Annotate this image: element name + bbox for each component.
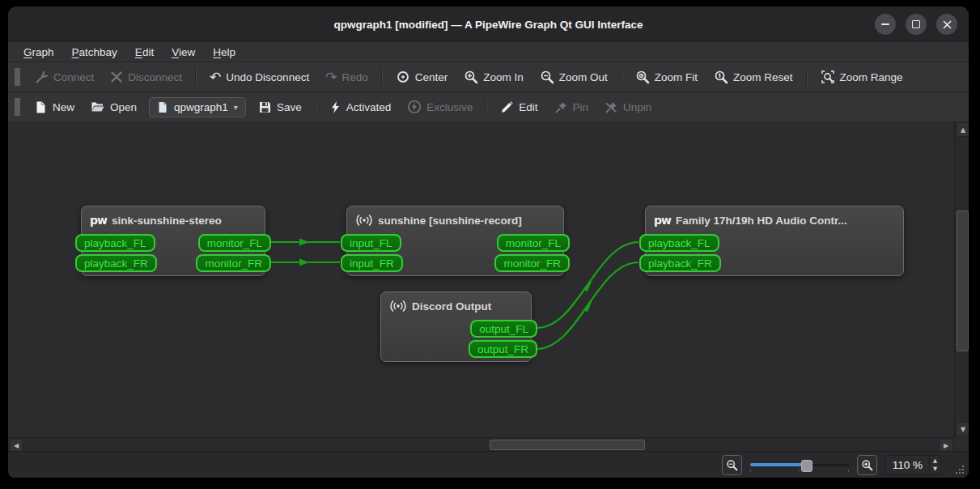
pipewire-icon: pw (654, 214, 671, 227)
horizontal-scroll-thumb[interactable] (490, 440, 645, 450)
connect-icon (34, 70, 49, 84)
save-button[interactable]: Save (251, 96, 309, 118)
zoom-out-icon (726, 459, 738, 471)
menu-patchbay[interactable]: Patchbay (65, 45, 125, 60)
node-sink-sunshine-stereo[interactable]: pw sink-sunshine-stereo playback_FL moni… (81, 206, 265, 276)
port-playback_FR[interactable]: playback_FR (75, 254, 157, 272)
scroll-up-button[interactable]: ▲ (956, 122, 969, 137)
unpin-icon (605, 100, 618, 114)
scroll-down-icon: ▼ (961, 426, 965, 433)
menu-view[interactable]: View (164, 45, 202, 60)
new-button[interactable]: New (27, 96, 82, 118)
scroll-right-button[interactable]: ▶ (939, 439, 953, 452)
port-playback_FL[interactable]: playback_FL (75, 234, 155, 252)
port-input_FR[interactable]: input_FR (341, 254, 403, 272)
undo-disconnect-button[interactable]: ↶ Undo Disconnect (202, 66, 316, 87)
zoom-slider[interactable] (750, 457, 849, 472)
vertical-scroll-thumb[interactable] (957, 210, 969, 351)
pipewire-icon: pw (90, 214, 107, 227)
zoom-out-icon (540, 70, 554, 84)
port-monitor_FR[interactable]: monitor_FR (494, 254, 570, 272)
window-title: qpwgraph1 [modified] — A PipeWire Graph … (8, 19, 969, 31)
zoom-in-icon (861, 459, 873, 471)
connections-layer (8, 121, 954, 437)
redo-icon: ↷ (325, 70, 337, 83)
close-icon (943, 20, 952, 29)
port-playback_FR[interactable]: playback_FR (639, 254, 721, 272)
maximize-button[interactable] (906, 14, 927, 35)
disconnect-button: Disconnect (103, 66, 189, 87)
unpin-button: Unpin (597, 96, 659, 118)
zoom-reset-icon (714, 70, 728, 84)
zoom-out-button[interactable]: Zoom Out (532, 66, 615, 88)
minimize-button[interactable] (875, 14, 896, 35)
port-output_FR[interactable]: output_FR (469, 340, 537, 358)
horizontal-scrollbar[interactable]: ◀ ▶ (8, 437, 954, 451)
port-monitor_FL[interactable]: monitor_FL (497, 234, 570, 252)
activated-button[interactable]: Activated (322, 96, 399, 118)
zoom-value: 110 % (886, 459, 929, 471)
zoom-in-button[interactable]: Zoom In (456, 66, 531, 88)
menu-edit[interactable]: Edit (128, 45, 161, 60)
vertical-scrollbar[interactable]: ▲ ▼ (954, 121, 969, 437)
spin-up-icon[interactable]: ▲ (930, 457, 940, 465)
port-output_FL[interactable]: output_FL (470, 320, 537, 338)
node-family-hd-audio[interactable]: pw Family 17h/19h HD Audio Contr... play… (645, 206, 904, 276)
broadcast-icon (355, 214, 373, 227)
patchbay-profile-combo[interactable]: qpwgraph1 ▾ (149, 97, 246, 117)
disconnect-icon (110, 70, 123, 83)
scroll-down-button[interactable]: ▼ (956, 422, 969, 436)
arrow-icon (583, 281, 592, 292)
toolbar-drag-handle[interactable] (15, 68, 20, 86)
zoom-range-button[interactable]: Zoom Range (813, 66, 910, 88)
statusbar: 110 % ▲ ▼ (8, 451, 969, 478)
node-title: Family 17h/19h HD Audio Contr... (676, 215, 847, 227)
app-window: qpwgraph1 [modified] — A PipeWire Graph … (8, 6, 969, 478)
scroll-left-icon: ◀ (14, 442, 19, 449)
node-discord-output[interactable]: Discord Output output_FL output_FR (380, 291, 532, 362)
graph-view: pw sink-sunshine-stereo playback_FL moni… (8, 121, 969, 451)
scroll-left-button[interactable]: ◀ (9, 439, 23, 452)
edit-button[interactable]: Edit (493, 96, 545, 118)
pin-button: Pin (547, 96, 596, 118)
toolbar-separator (315, 98, 316, 116)
zoom-spinbox[interactable]: 110 % ▲ ▼ (885, 455, 941, 475)
file-icon (157, 101, 168, 113)
statusbar-zoom-in-button[interactable] (857, 455, 877, 475)
zoom-reset-button[interactable]: Zoom Reset (706, 66, 800, 88)
port-playback_FL[interactable]: playback_FL (639, 234, 719, 252)
toolbar-separator (381, 68, 383, 86)
zoom-fit-button[interactable]: Zoom Fit (628, 66, 705, 88)
port-monitor_FR[interactable]: monitor_FR (196, 254, 271, 272)
port-monitor_FL[interactable]: monitor_FL (198, 234, 271, 252)
save-icon (258, 100, 272, 114)
open-button[interactable]: Open (83, 96, 144, 118)
node-sunshine[interactable]: sunshine [sunshine-record] input_FL moni… (346, 206, 564, 276)
resize-grip[interactable] (956, 464, 965, 474)
toolbar-graph: Connect Disconnect ↶ Undo Disconnect ↷ R… (8, 62, 969, 92)
node-title: Discord Output (412, 300, 491, 313)
statusbar-zoom-out-button[interactable] (722, 455, 742, 475)
zoom-slider-fill (750, 463, 804, 466)
center-button[interactable]: Center (388, 66, 456, 88)
graph-canvas[interactable]: pw sink-sunshine-stereo playback_FL moni… (8, 121, 954, 437)
toolbar-separator (195, 68, 197, 86)
redo-button: ↷ Redo (318, 66, 375, 87)
zoom-in-icon (464, 70, 478, 84)
pin-icon (554, 100, 568, 114)
bolt-circle-icon (407, 100, 422, 114)
window-controls (875, 14, 957, 35)
port-input_FL[interactable]: input_FL (341, 234, 401, 252)
close-button[interactable] (936, 14, 957, 35)
minimize-icon (881, 23, 889, 25)
zoom-fit-icon (635, 70, 650, 84)
menu-help[interactable]: Help (206, 45, 243, 60)
spin-down-icon[interactable]: ▼ (930, 465, 940, 473)
toolbar-drag-handle[interactable] (15, 98, 20, 116)
zoom-slider-handle[interactable] (801, 460, 812, 472)
menu-graph[interactable]: Graph (16, 45, 62, 60)
chevron-down-icon: ▾ (234, 103, 238, 112)
center-icon (396, 70, 410, 84)
open-folder-icon (91, 100, 105, 114)
arrow-icon (299, 259, 309, 266)
